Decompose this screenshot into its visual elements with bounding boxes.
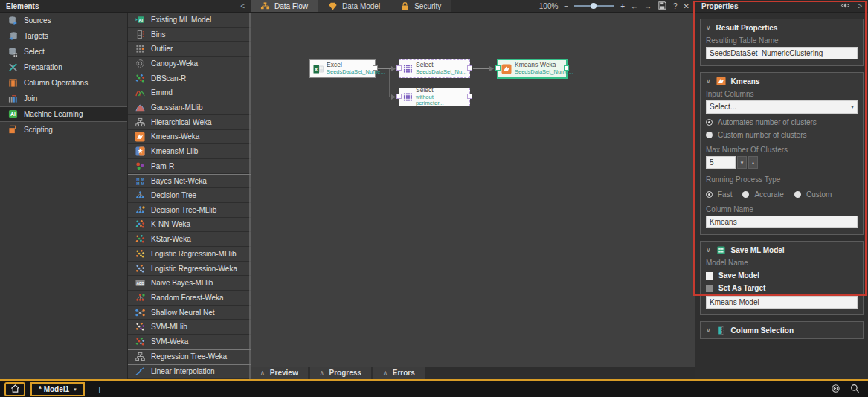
ml-item-label: Decision Tree xyxy=(151,191,196,199)
ml-item-dbscan-r[interactable]: DBScan-R xyxy=(128,71,251,86)
flow-node-excel[interactable]: X Excel SeedsDataSet_Nume... xyxy=(309,59,376,78)
add-model-button[interactable]: + xyxy=(97,384,103,395)
select-output-port[interactable] xyxy=(467,65,472,71)
excel-output-port[interactable] xyxy=(373,65,378,71)
ml-item-naive-bayes-mllib[interactable]: ACBNaive Bayes-MLlib xyxy=(128,276,251,291)
ml-item-decision-tree[interactable]: Decision Tree xyxy=(128,188,251,203)
svg-text:ACB: ACB xyxy=(136,282,144,285)
sidebar-item-machine-learning[interactable]: AIMachine Learning xyxy=(0,106,127,122)
save-model-checkbox[interactable] xyxy=(706,272,713,280)
sources-icon xyxy=(7,16,18,26)
set-as-target-checkbox[interactable] xyxy=(706,285,713,292)
input-columns-dropdown[interactable]: Select... ▾ xyxy=(706,100,858,114)
kmeans-input-port[interactable] xyxy=(495,65,501,71)
ml-item-existing-ml-model[interactable]: AIExisting ML Model xyxy=(128,13,251,28)
ml-item-logistic-regression-weka[interactable]: Logistic Regression-Weka xyxy=(128,262,251,277)
ml-item-emmd[interactable]: Emmd xyxy=(128,85,251,100)
ml-item-canopy-weka[interactable]: Canopy-Weka xyxy=(128,57,251,71)
redo-button[interactable]: → xyxy=(644,2,652,10)
radio-button[interactable] xyxy=(706,191,713,198)
sidebar-item-join[interactable]: Join xyxy=(0,91,127,106)
select-input-port[interactable] xyxy=(396,94,402,99)
radio-button[interactable] xyxy=(742,191,749,198)
flow-node-kmeans-weka[interactable]: Kmeans-Weka SeedsDataSet_Nume... xyxy=(497,59,568,79)
home-button[interactable] xyxy=(4,382,25,396)
ml-item-kstar-weka[interactable]: KStar-Weka xyxy=(128,232,251,247)
radio-option-custom-number-of-clusters[interactable]: Custom number of clusters xyxy=(706,131,858,139)
radio-button[interactable] xyxy=(794,191,801,198)
radio-option-fast[interactable]: Fast xyxy=(706,190,732,198)
sidebar-item-preparation[interactable]: Preparation xyxy=(0,59,127,75)
sidebar-item-scripting[interactable]: Scripting xyxy=(0,122,127,138)
result-properties-header[interactable]: ∨ Result Properties xyxy=(706,22,858,33)
stepper-up-button[interactable]: ▴ xyxy=(748,156,758,169)
select-icon xyxy=(7,47,18,57)
eye-icon[interactable] xyxy=(840,1,850,12)
kmeans-section-header[interactable]: ∨ Kmeans xyxy=(706,75,858,87)
ml-item-logistic-regression-mllib[interactable]: Logistic Regression-MLlib xyxy=(128,247,251,262)
save-model-checkbox-row[interactable]: Save Model xyxy=(706,271,858,280)
save-ml-model-header[interactable]: ∨ Save ML Model xyxy=(706,244,858,256)
ml-item-label: Emmd xyxy=(151,88,173,97)
ml-item-hierarchical-weka[interactable]: Hierarchical-Weka xyxy=(128,115,251,130)
column-name-field[interactable]: Kmeans xyxy=(706,216,858,228)
max-clusters-field[interactable]: 5 xyxy=(706,156,736,169)
save-icon[interactable] xyxy=(658,1,667,12)
collapse-panel-icon[interactable]: < xyxy=(240,2,245,10)
expand-panel-icon[interactable]: > xyxy=(858,2,862,10)
ml-item-outlier[interactable]: Outlier xyxy=(128,42,251,57)
ml-item-svm-weka[interactable]: SVM-Weka xyxy=(128,335,251,349)
bottom-tab-preview[interactable]: ∧Preview xyxy=(251,367,308,379)
ml-item-linear-interpolation[interactable]: Linear Interpolation xyxy=(128,364,251,379)
help-button[interactable]: ? xyxy=(673,2,678,10)
sidebar-item-select[interactable]: Select xyxy=(0,44,127,59)
zoom-slider[interactable] xyxy=(574,5,614,7)
select-output-port[interactable] xyxy=(467,94,472,99)
select-input-port[interactable] xyxy=(396,65,402,71)
radio-option-custom[interactable]: Custom xyxy=(794,190,832,198)
kmeans-output-port[interactable] xyxy=(564,65,569,71)
radio-button[interactable] xyxy=(706,132,713,138)
stepper-down-button[interactable]: ▾ xyxy=(737,156,747,169)
radio-button[interactable] xyxy=(706,119,713,126)
sidebar-item-sources[interactable]: Sources xyxy=(0,13,127,28)
ml-item-k-nn-weka[interactable]: K-NN-Weka xyxy=(128,218,251,233)
close-flow-button[interactable]: ✕ xyxy=(684,2,689,10)
chevron-up-icon: ∧ xyxy=(320,369,324,376)
zoom-in-button[interactable]: + xyxy=(620,2,625,10)
ml-item-decision-tree-mllib[interactable]: Decision Tree-MLlib xyxy=(128,203,251,218)
ml-item-pam-r[interactable]: Pam-R xyxy=(128,159,251,174)
sidebar-item-targets[interactable]: Targets xyxy=(0,28,127,44)
ml-item-regression-tree-weka[interactable]: Regression Tree-Weka xyxy=(128,349,251,364)
resulting-table-name-field[interactable]: SeedsDataSet_NumericClustering xyxy=(706,47,858,59)
undo-button[interactable]: ← xyxy=(631,2,638,10)
radio-option-automates-number-of-clusters[interactable]: Automates number of clusters xyxy=(706,118,858,126)
model-tab[interactable]: * Model1 ▾ xyxy=(30,382,85,396)
bottom-tab-errors[interactable]: ∧Errors xyxy=(373,367,425,379)
bayes-net-weka-icon: MMMM xyxy=(135,175,145,186)
search-icon[interactable] xyxy=(850,384,860,395)
ml-item-shallow-neural-net[interactable]: Shallow Neural Net xyxy=(128,306,251,320)
column-selection-header[interactable]: ∨ Column Selection xyxy=(706,324,858,336)
set-as-target-checkbox-row[interactable]: Set As Target xyxy=(706,284,858,292)
data-flow-canvas[interactable]: X Excel SeedsDataSet_Nume... Select Seed… xyxy=(251,13,695,367)
flow-node-select-1[interactable]: Select SeedsDataSet_Nu... xyxy=(399,59,470,78)
ml-item-bayes-net-weka[interactable]: MMMMBayes Net-Weka xyxy=(128,174,251,189)
flow-node-select-2[interactable]: Select without perimeter... xyxy=(399,88,470,106)
ml-item-kmeansm-llib[interactable]: KmeansM Llib xyxy=(128,144,251,159)
tab-security[interactable]: Security xyxy=(390,0,451,12)
ml-item-kmeans-weka[interactable]: Kmeans-Weka xyxy=(128,130,251,145)
zoom-out-button[interactable]: − xyxy=(564,2,568,10)
tab-data-model[interactable]: Data Model xyxy=(318,0,390,12)
ml-item-svm-mllib[interactable]: SVM-MLlib xyxy=(128,320,251,335)
model-name-field[interactable]: Kmeans Model xyxy=(706,296,858,309)
ml-item-gaussian-mllib[interactable]: Gaussian-MLlib xyxy=(128,100,251,115)
ml-item-bins[interactable]: Bins xyxy=(128,28,251,42)
zoom-slider-knob[interactable] xyxy=(591,3,597,9)
sidebar-item-column-operations[interactable]: Column Operations xyxy=(0,75,127,91)
bottom-tab-progress[interactable]: ∧Progress xyxy=(310,367,371,379)
ml-item-random-forest-weka[interactable]: Random Forest-Weka xyxy=(128,291,251,306)
radio-option-accurate[interactable]: Accurate xyxy=(742,190,783,198)
tab-data-flow[interactable]: Data Flow xyxy=(251,0,318,12)
spiral-icon[interactable] xyxy=(831,384,840,395)
